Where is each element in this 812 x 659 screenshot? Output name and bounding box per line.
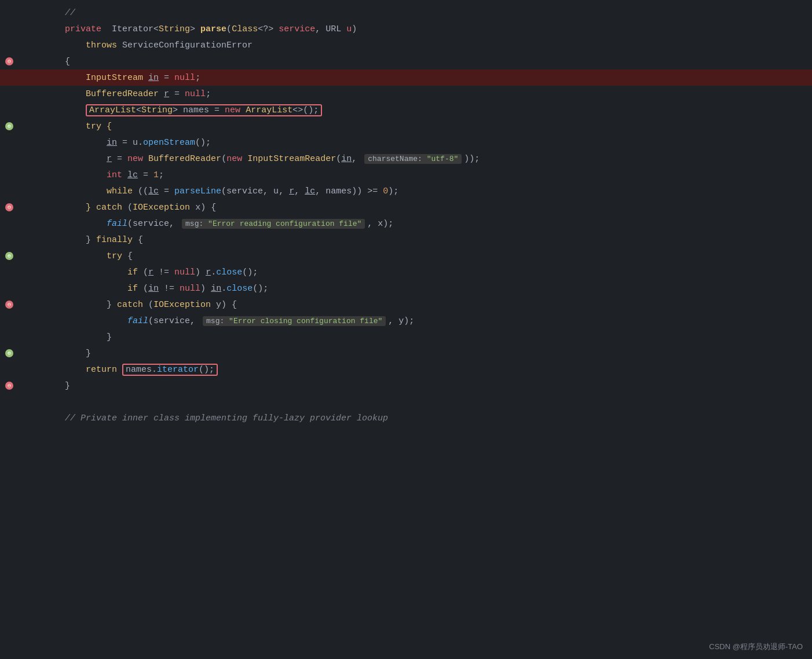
line-if-r: if (r != null) r.close(); xyxy=(0,264,812,280)
line-comment-top: // xyxy=(0,5,812,21)
gutter-line-close-main: ⊖ xyxy=(0,382,19,390)
breakpoint-icon: ⊖ xyxy=(5,301,13,309)
line-content-line-if-r: if (r != null) r.close(); xyxy=(19,268,812,277)
breakpoint-icon: ⊖ xyxy=(5,203,13,211)
line-arraylist: ArrayList<String> names = new ArrayList<… xyxy=(0,102,812,118)
line-content-line-close-brace1: } xyxy=(19,332,812,342)
line-content-line-fail1: fail(service, msg: "Error reading config… xyxy=(19,219,812,229)
line-content-line-private: private Iterator<String> parse(Class<?> … xyxy=(19,24,812,34)
line-inputstream: InputStream in = null; xyxy=(0,69,812,86)
watermark: CSDN @程序员劝退师-TAO xyxy=(709,642,803,652)
line-private: private Iterator<String> parse(Class<?> … xyxy=(0,21,812,37)
line-content-line-finally: } finally { xyxy=(19,235,812,245)
bookmark-icon: ⊕ xyxy=(5,122,13,130)
line-content-line-throws: throws ServiceConfigurationError xyxy=(19,41,812,50)
line-content-line-catch2: } catch (IOException y) { xyxy=(19,300,812,310)
line-comment-bottom: // Private inner class implementing full… xyxy=(0,410,812,426)
line-while: while ((lc = parseLine(service, u, r, lc… xyxy=(0,183,812,199)
line-close-brace2: ⊕ } xyxy=(0,345,812,361)
line-content-line-int-lc: int lc = 1; xyxy=(19,170,812,180)
line-content-line-comment-bottom: // Private inner class implementing full… xyxy=(19,413,812,423)
line-content-line-arraylist: ArrayList<String> names = new ArrayList<… xyxy=(19,104,812,116)
line-content-line-r-assign: r = new BufferedReader(new InputStreamRe… xyxy=(19,154,812,164)
line-content-line-blank xyxy=(19,397,812,407)
line-content-line-catch1: } catch (IOException x) { xyxy=(19,203,812,213)
line-throws: throws ServiceConfigurationError xyxy=(0,37,812,53)
line-content-line-fail2: fail(service, msg: "Error closing config… xyxy=(19,316,812,326)
line-open-brace: ⊖ { xyxy=(0,53,812,69)
line-int-lc: int lc = 1; xyxy=(0,167,812,183)
line-content-line-if-in: if (in != null) in.close(); xyxy=(19,284,812,294)
gutter-line-try: ⊕ xyxy=(0,122,19,130)
line-catch1: ⊖ } catch (IOException x) { xyxy=(0,199,812,215)
line-fail1: fail(service, msg: "Error reading config… xyxy=(0,215,812,232)
line-finally: } finally { xyxy=(0,232,812,248)
line-try2: ⊕ try { xyxy=(0,248,812,264)
gutter-line-open-brace: ⊖ xyxy=(0,57,19,65)
breakpoint-icon: ⊖ xyxy=(5,57,13,65)
breakpoint-icon: ⊖ xyxy=(5,382,13,390)
line-try: ⊕ try { xyxy=(0,118,812,134)
line-content-line-inputstream: InputStream in = null; xyxy=(19,73,812,83)
line-fail2: fail(service, msg: "Error closing config… xyxy=(0,313,812,329)
line-content-line-close-main: } xyxy=(19,381,812,391)
line-in-assign: in = u.openStream(); xyxy=(0,134,812,151)
code-editor: // private Iterator<String> parse(Class<… xyxy=(0,0,812,431)
gutter-line-catch1: ⊖ xyxy=(0,203,19,211)
line-content-line-try: try { xyxy=(19,122,812,131)
line-content-line-in-assign: in = u.openStream(); xyxy=(19,138,812,148)
line-bufferedreader: BufferedReader r = null; xyxy=(0,86,812,102)
gutter-line-try2: ⊕ xyxy=(0,252,19,260)
line-content-line-try2: try { xyxy=(19,251,812,261)
line-if-in: if (in != null) in.close(); xyxy=(0,280,812,296)
line-content-line-while: while ((lc = parseLine(service, u, r, lc… xyxy=(19,186,812,196)
line-content-line-open-brace: { xyxy=(19,57,812,67)
bookmark-icon: ⊕ xyxy=(5,252,13,260)
gutter-line-catch2: ⊖ xyxy=(0,301,19,309)
line-content-line-return: return names.iterator(); xyxy=(19,364,812,376)
gutter-line-close-brace2: ⊕ xyxy=(0,349,19,357)
line-content-line-bufferedreader: BufferedReader r = null; xyxy=(19,89,812,99)
line-r-assign: r = new BufferedReader(new InputStreamRe… xyxy=(0,151,812,167)
line-catch2: ⊖ } catch (IOException y) { xyxy=(0,296,812,313)
bookmark-icon: ⊕ xyxy=(5,349,13,357)
line-return: return names.iterator(); xyxy=(0,361,812,378)
line-content-line-close-brace2: } xyxy=(19,349,812,358)
line-content-line-comment-top: // xyxy=(19,8,812,18)
line-blank xyxy=(0,394,812,410)
line-close-brace1: } xyxy=(0,329,812,345)
line-close-main: ⊖ } xyxy=(0,378,812,394)
